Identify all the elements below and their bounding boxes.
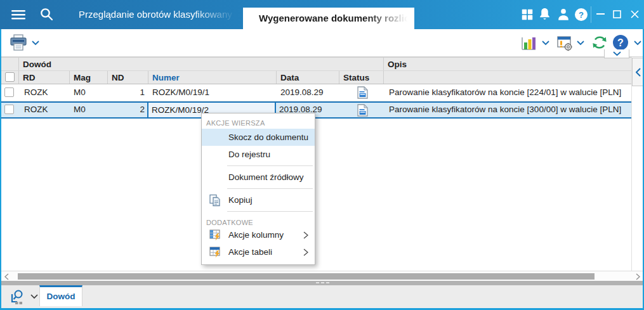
window-controls-divider: [591, 6, 591, 23]
column-actions-icon: [209, 229, 221, 241]
svg-text:?: ?: [579, 10, 584, 20]
bottom-tab-bar: Dowód: [1, 285, 643, 308]
menu-item-kopiuj[interactable]: Kopiuj: [202, 191, 315, 209]
table-row-selected[interactable]: ROZK M0 2 2019.08.29 Parowanie klasyfika…: [1, 101, 631, 119]
column-header-numer[interactable]: Numer: [148, 71, 277, 84]
menu-item-label: Do rejestru: [228, 150, 270, 159]
cell-rd: ROZK: [24, 84, 69, 101]
menu-separator: [227, 211, 313, 212]
active-tab-label: Wygenerowane dokumenty rozlicza: [243, 8, 414, 29]
grid-right-edge: [631, 57, 632, 271]
preview-pane-icon[interactable]: [10, 289, 27, 305]
column-header-status[interactable]: Status: [339, 71, 384, 84]
cell-nd: 2: [108, 103, 145, 117]
cell-opis: Parowanie klasyfikatorów na koncie [224/…: [389, 84, 630, 101]
pane-splitter[interactable]: [1, 281, 643, 285]
menu-item-label: Dokument źródłowy: [228, 172, 304, 182]
context-menu-section-header: DODATKOWE: [202, 214, 315, 226]
menu-item-label: Akcje tabeli: [228, 247, 272, 257]
menu-item-label: Skocz do dokumentu: [228, 132, 308, 142]
bottom-tab-dowod[interactable]: Dowód: [39, 285, 82, 306]
app-window: Przeglądanie obrotów klasyfikowany Wygen…: [0, 0, 644, 310]
minimize-button[interactable]: [596, 13, 605, 15]
row-checkbox[interactable]: [4, 105, 14, 114]
menu-separator: [227, 188, 313, 189]
cell-nd: 1: [108, 84, 145, 101]
chevron-left-icon: [636, 68, 641, 77]
row-checkbox[interactable]: [4, 87, 14, 97]
search-icon[interactable]: [39, 7, 54, 22]
menu-item-akcje-kolumny[interactable]: Akcje kolumny: [202, 226, 315, 243]
table-row[interactable]: ROZK M0 1 ROZK/M0/19/1 2019.08.29 Parowa…: [1, 84, 631, 101]
copy-icon: [209, 194, 221, 207]
tab-wygenerowane-dokumenty[interactable]: Wygenerowane dokumenty rozlicza: [243, 8, 414, 29]
help-dropdown-chevron-icon[interactable]: [634, 41, 641, 46]
cell-opis: Parowanie klasyfikatorów na koncie [300/…: [389, 103, 630, 117]
table-actions-icon: [209, 246, 221, 258]
column-header-mag[interactable]: Mag: [70, 71, 108, 84]
grid-column-header-row: RD Mag ND Numer Data Status: [1, 71, 631, 84]
menu-item-label: Kopiuj: [228, 195, 253, 205]
chevron-down-icon: [613, 51, 621, 56]
chart-button[interactable]: [520, 34, 537, 51]
document-icon[interactable]: [357, 84, 376, 101]
maximize-button[interactable]: [613, 10, 621, 18]
context-menu-section-header: AKCJE WIERSZA: [202, 117, 315, 129]
menu-separator: [227, 165, 313, 166]
band-header-opis[interactable]: Opis: [384, 58, 631, 70]
cell-mag: M0: [74, 103, 107, 117]
menu-item-do-rejestru[interactable]: Do rejestru: [202, 146, 315, 163]
band-select-cell: [1, 58, 19, 70]
settings-dropdown-chevron-icon[interactable]: [577, 41, 584, 46]
column-header-data[interactable]: Data: [277, 71, 339, 84]
print-button[interactable]: [9, 34, 28, 51]
document-icon[interactable]: [357, 103, 376, 117]
toolbar: ?: [1, 29, 643, 57]
menu-item-label: Akcje kolumny: [228, 230, 284, 240]
select-all-cell: [1, 71, 19, 84]
cell-numer: ROZK/M0/19/1: [152, 84, 273, 101]
horizontal-scrollbar[interactable]: [1, 271, 643, 281]
scroll-left-arrow-icon[interactable]: [1, 271, 11, 281]
context-menu: AKCJE WIERSZA Skocz do dokumentu Do reje…: [201, 113, 315, 265]
hamburger-menu-icon[interactable]: [11, 10, 25, 20]
refresh-button[interactable]: [591, 34, 608, 51]
tab-przegladanie-obrotow[interactable]: Przeglądanie obrotów klasyfikowany: [79, 0, 239, 29]
scrollbar-thumb[interactable]: [18, 273, 595, 280]
submenu-arrow-icon: [303, 231, 308, 239]
collapse-panel-button[interactable]: [632, 58, 643, 86]
top-bar: Przeglądanie obrotów klasyfikowany Wygen…: [0, 0, 644, 29]
cell-mag: M0: [74, 84, 107, 101]
column-header-nd[interactable]: ND: [108, 71, 148, 84]
help-topbar-icon[interactable]: ?: [574, 8, 588, 22]
table-settings-button[interactable]: [556, 35, 573, 51]
bell-icon[interactable]: [538, 7, 551, 22]
chart-dropdown-chevron-icon[interactable]: [542, 41, 549, 46]
help-flyout-chevron[interactable]: [604, 49, 629, 58]
preview-dropdown-chevron-icon[interactable]: [30, 294, 38, 299]
band-header-dowod[interactable]: Dowód: [19, 58, 384, 70]
apps-grid-icon[interactable]: [521, 8, 534, 21]
column-header-opis-empty: [384, 71, 631, 84]
splitter-grip: [316, 282, 329, 283]
print-dropdown-chevron-icon[interactable]: [32, 41, 39, 46]
grid-band-header-row: Dowód Opis: [1, 57, 631, 71]
column-header-rd[interactable]: RD: [19, 71, 70, 84]
cell-data: 2019.08.29: [280, 84, 338, 101]
menu-item-skocz-do-dokumentu[interactable]: Skocz do dokumentu: [202, 129, 315, 146]
submenu-arrow-icon: [303, 249, 308, 256]
menu-item-dokument-zrodlowy[interactable]: Dokument źródłowy: [202, 169, 315, 186]
menu-item-akcje-tabeli[interactable]: Akcje tabeli: [202, 243, 315, 261]
select-all-checkbox[interactable]: [5, 72, 15, 82]
help-button[interactable]: ?: [612, 34, 629, 51]
scroll-right-arrow-icon[interactable]: [633, 271, 643, 281]
user-icon[interactable]: [556, 7, 570, 22]
close-button[interactable]: [631, 10, 639, 18]
cell-rd: ROZK: [24, 103, 69, 117]
window-border-left: [0, 29, 1, 310]
svg-text:?: ?: [617, 37, 624, 48]
